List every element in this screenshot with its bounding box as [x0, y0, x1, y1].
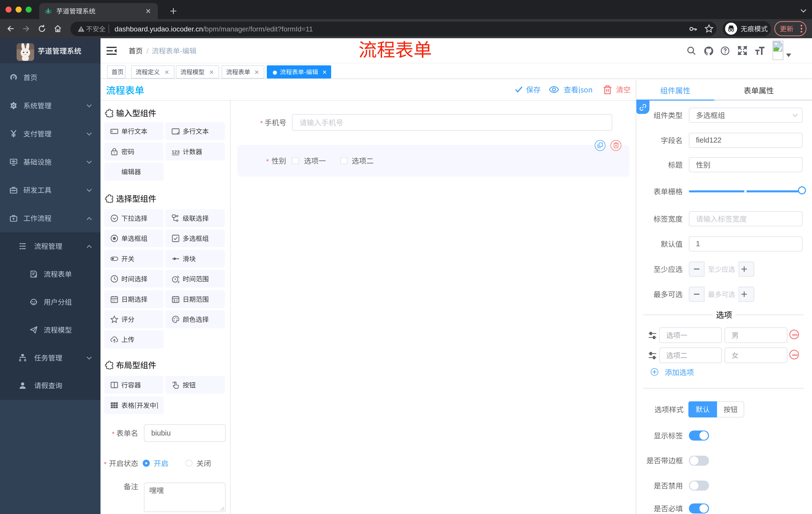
svg-text:123: 123 — [172, 150, 180, 155]
